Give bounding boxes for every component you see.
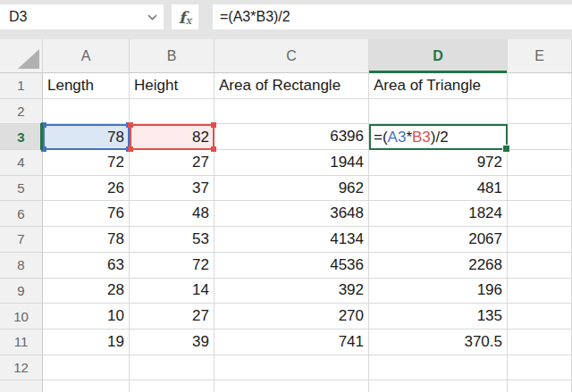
cell-E2[interactable] <box>508 99 572 125</box>
row-header-12[interactable]: 12 <box>0 355 43 381</box>
select-all-triangle-icon <box>18 49 39 69</box>
cell-E3[interactable] <box>508 124 572 150</box>
cell-E8[interactable] <box>508 253 572 279</box>
cell-B1[interactable]: Height <box>130 73 214 99</box>
cell-Dx[interactable] <box>369 380 508 392</box>
insert-function-button[interactable]: fx <box>172 4 198 29</box>
cell-D10[interactable]: 135 <box>369 304 508 329</box>
cell-B10[interactable]: 27 <box>130 304 214 329</box>
row-header-partial[interactable] <box>0 380 43 392</box>
cell-A3[interactable]: 78 <box>43 124 130 150</box>
row-header-5[interactable]: 5 <box>0 176 43 202</box>
cell-value: 72 <box>192 256 209 274</box>
select-all-corner[interactable] <box>0 39 43 73</box>
cell-A2[interactable] <box>43 99 130 125</box>
cell-D12[interactable] <box>369 355 508 381</box>
cell-B5[interactable]: 37 <box>130 176 214 202</box>
cell-Ax[interactable] <box>43 380 130 392</box>
fill-handle[interactable] <box>502 145 510 153</box>
cell-C4[interactable]: 1944 <box>214 150 369 176</box>
row-header-9[interactable]: 9 <box>0 279 43 304</box>
cell-A6[interactable]: 76 <box>43 201 130 227</box>
column-header-D[interactable]: D <box>369 39 508 73</box>
row-header-6[interactable]: 6 <box>0 201 43 227</box>
cell-B4[interactable]: 27 <box>130 150 214 176</box>
row-header-4[interactable]: 4 <box>0 150 43 176</box>
row-header-1[interactable]: 1 <box>0 73 43 99</box>
range-corner-handle[interactable] <box>128 146 133 152</box>
cell-C3[interactable]: 6396 <box>214 124 369 150</box>
cell-D8[interactable]: 2268 <box>369 253 508 279</box>
range-corner-handle[interactable] <box>211 122 216 128</box>
cell-A7[interactable]: 78 <box>43 227 130 253</box>
cell-B7[interactable]: 53 <box>130 227 214 253</box>
cell-E1[interactable] <box>508 73 572 99</box>
cell-C11[interactable]: 741 <box>214 329 369 355</box>
cell-C6[interactable]: 3648 <box>214 201 369 227</box>
cell-B11[interactable]: 39 <box>130 329 214 355</box>
cell-Bx[interactable] <box>130 380 214 392</box>
column-header-E[interactable]: E <box>508 39 572 73</box>
formula-bar-input[interactable]: =(A3*B3)/2 <box>213 4 572 29</box>
cell-E7[interactable] <box>508 227 572 253</box>
cell-D4[interactable]: 972 <box>369 150 508 176</box>
cell-B8[interactable]: 72 <box>130 253 214 279</box>
cell-E11[interactable] <box>508 329 572 355</box>
cell-C1[interactable]: Area of Rectangle <box>214 73 369 99</box>
cell-E6[interactable] <box>508 201 572 227</box>
range-corner-handle[interactable] <box>128 122 133 128</box>
cell-C7[interactable]: 4134 <box>214 227 369 253</box>
cell-E5[interactable] <box>508 176 572 202</box>
row-header-10[interactable]: 10 <box>0 304 43 329</box>
column-header-A[interactable]: A <box>43 39 130 73</box>
formula-part: )/2 <box>431 129 449 146</box>
cell-B6[interactable]: 48 <box>130 201 214 227</box>
cell-D2[interactable] <box>369 99 508 125</box>
cell-D5[interactable]: 481 <box>369 176 508 202</box>
column-header-C[interactable]: C <box>214 39 369 73</box>
cell-D3[interactable]: =(A3*B3)/2 <box>369 124 508 150</box>
cell-C10[interactable]: 270 <box>214 304 369 329</box>
row-header-7[interactable]: 7 <box>0 227 43 253</box>
formula-bar-text: =(A3*B3)/2 <box>220 9 290 25</box>
cell-C2[interactable] <box>214 99 369 125</box>
row-header-8[interactable]: 8 <box>0 253 43 279</box>
cell-B12[interactable] <box>130 355 214 381</box>
cell-D11[interactable]: 370.5 <box>369 329 508 355</box>
cell-A1[interactable]: Length <box>43 73 130 99</box>
cell-A10[interactable]: 10 <box>43 304 130 329</box>
range-corner-handle[interactable] <box>211 146 216 152</box>
column-header-B[interactable]: B <box>130 39 214 73</box>
cell-C12[interactable] <box>214 355 369 381</box>
cell-C8[interactable]: 4536 <box>214 253 369 279</box>
cell-B2[interactable] <box>130 99 214 125</box>
sheet-row-6: 6764836481824 <box>0 201 572 227</box>
cell-E9[interactable] <box>508 279 572 304</box>
cell-B3[interactable]: 82 <box>130 124 214 150</box>
cell-C9[interactable]: 392 <box>214 279 369 304</box>
cell-value: 14 <box>192 281 209 299</box>
cell-Ex[interactable] <box>508 380 572 392</box>
name-box[interactable]: D3 <box>0 4 164 29</box>
cell-A12[interactable] <box>43 355 130 381</box>
cell-A9[interactable]: 28 <box>43 279 130 304</box>
row-header-label: 8 <box>17 257 24 272</box>
cell-D9[interactable]: 196 <box>369 279 508 304</box>
cell-A4[interactable]: 72 <box>43 150 130 176</box>
cell-A8[interactable]: 63 <box>43 253 130 279</box>
row-header-3[interactable]: 3 <box>0 124 43 150</box>
cell-E4[interactable] <box>508 150 572 176</box>
name-box-dropdown-icon[interactable] <box>147 14 157 21</box>
cell-A11[interactable]: 19 <box>43 329 130 355</box>
cell-E12[interactable] <box>508 355 572 381</box>
cell-D1[interactable]: Area of Triangle <box>369 73 508 99</box>
cell-D6[interactable]: 1824 <box>369 201 508 227</box>
cell-C5[interactable]: 962 <box>214 176 369 202</box>
cell-E10[interactable] <box>508 304 572 329</box>
row-header-2[interactable]: 2 <box>0 99 43 125</box>
cell-B9[interactable]: 14 <box>130 279 214 304</box>
row-header-11[interactable]: 11 <box>0 329 43 355</box>
cell-A5[interactable]: 26 <box>43 176 130 202</box>
cell-D7[interactable]: 2067 <box>369 227 508 253</box>
cell-Cx[interactable] <box>214 380 369 392</box>
